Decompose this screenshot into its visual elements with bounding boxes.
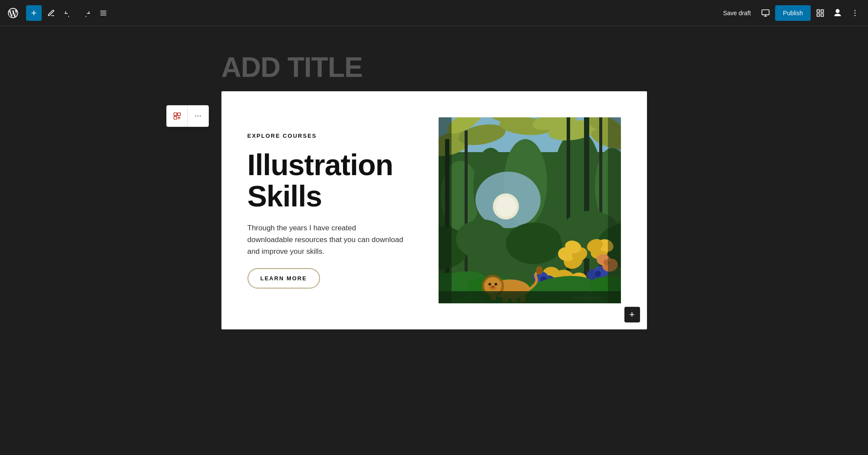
block-more-options-button[interactable] bbox=[188, 106, 208, 126]
svg-rect-3 bbox=[762, 10, 769, 15]
svg-rect-5 bbox=[821, 10, 824, 12]
add-block-toolbar-button[interactable]: + bbox=[26, 5, 42, 21]
svg-point-80 bbox=[488, 283, 491, 286]
svg-rect-92 bbox=[439, 291, 621, 303]
editor-area: ADD TITLE EXPLORE COURSES Illustration bbox=[0, 26, 868, 455]
svg-rect-6 bbox=[817, 13, 820, 16]
more-options-button[interactable] bbox=[847, 5, 863, 21]
post-title-area[interactable]: ADD TITLE bbox=[221, 52, 647, 83]
svg-rect-12 bbox=[177, 113, 180, 116]
svg-point-10 bbox=[855, 15, 856, 16]
add-block-bottom-button[interactable]: + bbox=[624, 307, 640, 322]
svg-point-84 bbox=[536, 266, 543, 275]
svg-rect-13 bbox=[174, 116, 177, 120]
description-text: Through the years I have created downloa… bbox=[248, 222, 404, 258]
wordpress-logo[interactable] bbox=[5, 5, 21, 21]
svg-rect-91 bbox=[608, 117, 621, 303]
svg-point-83 bbox=[492, 286, 494, 288]
undo-button[interactable] bbox=[61, 5, 76, 21]
svg-point-16 bbox=[200, 116, 201, 116]
change-block-type-button[interactable] bbox=[167, 106, 188, 126]
main-heading: Illustration Skills bbox=[248, 149, 404, 212]
content-block: EXPLORE COURSES Illustration Skills Thro… bbox=[221, 91, 647, 329]
save-draft-button[interactable]: Save draft bbox=[718, 6, 756, 20]
block-left-content: EXPLORE COURSES Illustration Skills Thro… bbox=[248, 117, 404, 303]
learn-more-button[interactable]: LEARN MORE bbox=[248, 268, 320, 289]
title-placeholder[interactable]: ADD TITLE bbox=[221, 52, 647, 83]
svg-point-15 bbox=[198, 116, 198, 116]
svg-point-46 bbox=[506, 223, 562, 264]
heading-line2: Skills bbox=[248, 181, 404, 212]
svg-point-9 bbox=[855, 12, 856, 13]
preview-button[interactable] bbox=[758, 5, 773, 21]
block-toolbar bbox=[166, 105, 209, 127]
svg-rect-90 bbox=[439, 117, 452, 303]
svg-rect-11 bbox=[174, 113, 177, 116]
settings-button[interactable] bbox=[812, 5, 828, 21]
main-toolbar: + Save draft Publish bbox=[0, 0, 868, 26]
publish-button[interactable]: Publish bbox=[775, 5, 811, 21]
svg-point-8 bbox=[855, 10, 856, 11]
heading-line1: Illustration bbox=[248, 149, 404, 180]
block-inner: EXPLORE COURSES Illustration Skills Thro… bbox=[221, 91, 647, 329]
jungle-painting: Henri Rousseau bbox=[439, 117, 621, 303]
block-right-image: Henri Rousseau bbox=[439, 117, 621, 303]
svg-point-29 bbox=[495, 196, 516, 217]
redo-button[interactable] bbox=[78, 5, 94, 21]
svg-rect-7 bbox=[821, 13, 824, 16]
svg-point-81 bbox=[495, 283, 497, 286]
list-view-button[interactable] bbox=[96, 5, 111, 21]
svg-point-14 bbox=[195, 116, 196, 116]
svg-rect-4 bbox=[817, 10, 820, 12]
tools-button[interactable] bbox=[43, 5, 59, 21]
svg-point-64 bbox=[595, 271, 601, 277]
explore-courses-label: EXPLORE COURSES bbox=[248, 133, 404, 139]
svg-point-45 bbox=[456, 219, 508, 259]
user-button[interactable] bbox=[830, 5, 845, 21]
